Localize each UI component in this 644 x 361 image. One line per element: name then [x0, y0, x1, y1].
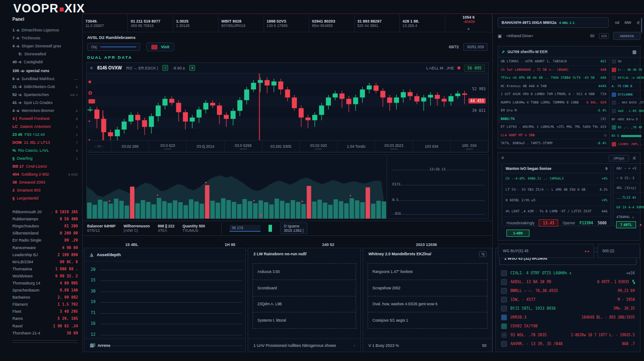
visit-control[interactable]: Visit — [146, 42, 174, 51]
panel-b-row[interactable]: Scoreboard — [253, 280, 356, 296]
down-red-icon[interactable]: ▼ — [639, 223, 642, 227]
watchlist-item[interactable]: 7 -eTrichinosis — [12, 34, 78, 42]
orderbook-row[interactable]: BABU/7G(3) — [498, 115, 609, 123]
panel-c-row[interactable]: Cossijove 5/1 aegis 1 — [368, 312, 487, 328]
toolbar-mid[interactable]: -8 60 ≥ — [172, 66, 185, 70]
panel-b-row[interactable]: 23Qdm A. L9B — [253, 296, 356, 313]
orderbook-mini-row[interactable]: B5 ,-. ,7B 4B 4B — [610, 124, 644, 132]
watchlist-item[interactable]: 6 -aSundblad Mahfouz— — [12, 75, 78, 83]
orderbook-mini-row[interactable]: B5 G — [610, 132, 644, 140]
offer-row[interactable]: —93 WSL. .70 20352-8639w 18 7 19T7 L. - … — [496, 330, 640, 339]
offer-row[interactable]: AADSL. 13 BA 38 PD0 49TF. 1 93935▚ — [496, 277, 640, 286]
buy-button[interactable]: 1-499 — [506, 230, 529, 237]
watchlist-item[interactable]: 38Smeared 2003 — [12, 178, 78, 186]
panel-a-footer[interactable]: Arrens — [97, 343, 110, 348]
orderbook-mini-row[interactable]: A. 79 C0B B — [610, 82, 644, 91]
offer-row[interactable]: AAV9R. - 13 39, 35 /B48868 .7 — [496, 339, 640, 348]
orderbook-row[interactable]: Ch 5af LAB94049 , 72 5B <-- (8940)448 — [498, 66, 609, 74]
orderbook-row[interactable]: 7K79, 89B9w3 . 74M75-3T9MP-8 4% — [498, 139, 609, 148]
watchlist-item[interactable]: BB 17Cmd-Lizenz — [12, 162, 78, 170]
orderbook-mini-row[interactable]: 1:-- 4B 4B 39 4B — [610, 66, 644, 74]
volume-chart[interactable]: ▼ — [87, 155, 387, 219]
chip-123[interactable]: 123 — [599, 33, 609, 39]
watchlist-item[interactable]: 41 -eSpot LG-Grades — [12, 99, 78, 107]
orderbook-mini-row[interactable]: 4w9 . L-09 3B9 4B — [610, 107, 644, 115]
pin-icon[interactable]: ⌖ — [467, 27, 470, 32]
slider-track[interactable] — [100, 46, 136, 47]
setup-row[interactable]: Ch --4-0PL 49B0.5) .- 19M94L3+4% — [502, 173, 611, 184]
candlestick-plot[interactable]: 52 99344 45339 011 — [87, 73, 488, 141]
orderbook-row[interactable]: 1 OJT ASUK VR9 8 LOMB9 79M LTMORL 6 - 91… — [498, 90, 609, 99]
watchlist-item[interactable]: 1 -aDrinachloss Ligismus — [12, 26, 78, 34]
offer-row[interactable]: BYJI 58TL, 1933 09365Me- 39.35 — [496, 304, 640, 313]
orderbook-mini-row[interactable]: (4JB9) J9PL ..7B — [610, 140, 644, 149]
range-slider[interactable]: Osj — [87, 43, 140, 51]
iguana-box[interactable]: O Iguana 3015 1362 | — [280, 223, 308, 234]
offer-row[interactable]: CIALI. 4 OTRF OTIS L60H0% ∧+e34 — [496, 269, 640, 277]
pair-search-input[interactable]: BAHA/AFH 49T1 IXIGA MWX2a 4 4BL 1 1 — [498, 17, 609, 28]
panel-b-footer[interactable]: 1 UAV Provisioned nullities Nitrogenous … — [253, 343, 336, 348]
setups-search-input[interactable]: |9t0gs| — [609, 155, 629, 161]
amount-input[interactable]: 38 17d — [230, 225, 261, 232]
setup-row[interactable]: LT 53-- 33 5B3 Z5/0 -- L 4M0 4B Z90 0 4B… — [502, 184, 611, 196]
orderbook-mini-row[interactable]: BF <BVC B4rw 9 — [610, 115, 644, 124]
side-buy-button[interactable]: 7 49TL — [616, 221, 636, 228]
watchlist-item[interactable]: 4 |Roswell Freshest8 — [12, 115, 78, 123]
offer-row[interactable]: UVR30.3104648 BL. - 893 300/1935 — [496, 313, 640, 322]
watchlist-item[interactable]: §Dwarfing1 — [12, 154, 78, 162]
orderbook-mini-row[interactable]: 9b — [610, 58, 644, 66]
chevron-right-icon[interactable]: › — [354, 343, 355, 348]
setup-side-row[interactable]: 4DL |3izy| — [613, 183, 644, 193]
watchlist-item[interactable]: DOM22 JBL 2 LP137 — [12, 138, 78, 146]
menu-icon[interactable]: ≡ — [90, 65, 93, 70]
indicator-toggle-1[interactable]: √ — [162, 65, 168, 71]
offer-row[interactable]: 15W, - 4577M - 5950 — [496, 295, 640, 304]
panel-c-row[interactable]: Rangoons 1.47" liveliest — [368, 264, 487, 280]
orderbook-row[interactable]: 7F2vs =Q 4P0 4B 44 4B .. 7900 25BB4 5LT9… — [498, 74, 609, 82]
toolbar-item[interactable]: RO → ER.ESCK | — [126, 66, 158, 70]
orderbook-row[interactable]: HC Krennus 4B 440 4 54B4449 — [498, 82, 609, 91]
watchlist-item[interactable]: LCSatanic Antonioni1 — [12, 123, 78, 131]
watchlist-item[interactable]: 4 -aWernickes-Bremere — [12, 107, 78, 115]
watchlist-item[interactable]: 40 -eCastigliabli — [12, 58, 78, 66]
link-nd[interactable]: nd — [615, 20, 619, 25]
help-icon[interactable]: ?| — [479, 251, 487, 257]
panel-c-row[interactable]: Oval. how, washes 4.03/26 gent wow 6 — [368, 296, 487, 313]
sliders-settings-icon[interactable]: ⚟ — [636, 20, 640, 25]
orderbook-row[interactable]: HUMP9 LAB9Mw 4 T9B8 LOM9L 70MMM9 8 19BBA… — [498, 99, 609, 107]
watchlist-item[interactable]: 23 45F93 +12.441 — [12, 131, 78, 138]
setup-side-row[interactable]: 69 19 4-4 99M9T4 — [613, 203, 644, 212]
panel-b-row[interactable]: Systems t. littoral — [253, 312, 356, 328]
panel-b-row[interactable]: Arduous 3.50 — [253, 264, 356, 280]
watchlist-item[interactable]: 2Smartest 903 — [12, 186, 78, 194]
watchlist-item[interactable]: 21 -4Sittlichkeiten-Gotte — [12, 83, 78, 91]
grid-icon[interactable]: ▥ — [632, 50, 636, 54]
indicator-toggle-2[interactable]: 4 — [189, 65, 195, 71]
watchlist-item[interactable]: %Rio Cascio, LAVL4 — [12, 146, 78, 154]
watchlist-item[interactable]: 5:Stonewalled — [12, 50, 78, 58]
orderbook-row[interactable]: dB LTOMAS . <OTR 40HRT 1, 74B50LN421 — [498, 58, 609, 66]
link-mw[interactable]: MW — [625, 20, 631, 25]
watchlist-item[interactable]: 404Goldberg 2-9024 0/92 — [12, 170, 78, 178]
setup-row[interactable]: 8 905BL 2/9% w5+9% — [502, 195, 611, 206]
setup-side-row[interactable]: ~ 0 15:-3 — [613, 173, 644, 183]
orderbook-mini-row[interactable]: 97314006 — [610, 91, 644, 99]
watchlist-item[interactable]: 52 -aSpartanischesins 1 — [12, 91, 78, 99]
orderbook-mini-row[interactable]: 0V7L4L -e 4B3B — [610, 74, 644, 82]
setup-side-row[interactable]: 6B/ — + <3 — [613, 164, 644, 173]
scrollbar-thumb[interactable] — [641, 18, 642, 33]
offer-row[interactable]: BNRLL — —. 76,30.493599,23 69 — [496, 286, 640, 295]
orderbook-row[interactable]: LL4 90BT MT G 5BB◯ — [498, 131, 609, 140]
tune-icon[interactable]: ⚟ — [632, 156, 636, 161]
setup-side-row[interactable]: ...7L13 4t — [613, 193, 644, 203]
ratio-box[interactable]: 60/81 009 — [463, 43, 488, 51]
panel-c-row[interactable]: Scrapshow 2002 — [368, 280, 487, 296]
vaseeza-button[interactable]: vaseeza — [613, 32, 640, 40]
watchlist-item[interactable]: 4 -aSlogan Stonewall gras — [12, 42, 78, 50]
orderbook-row[interactable]: EM Orw M-6 4% — [498, 107, 609, 115]
orderbook-mini-row[interactable]: . 4K4 B459 ,5TL — [610, 99, 644, 107]
watchlist-item[interactable]: §Lergestanbil — [12, 194, 78, 202]
offer-row[interactable]: CVX92 5X/Y98 — [496, 322, 640, 330]
orderbook-row[interactable]: ET L9793 . W9LM9L 1 L0B9LML <3TL M9L 7ML… — [498, 123, 609, 131]
setup-row[interactable]: 4% L09T ,4 43M - 5% 8 L9MB -9T / L3T35 Z… — [502, 206, 611, 217]
